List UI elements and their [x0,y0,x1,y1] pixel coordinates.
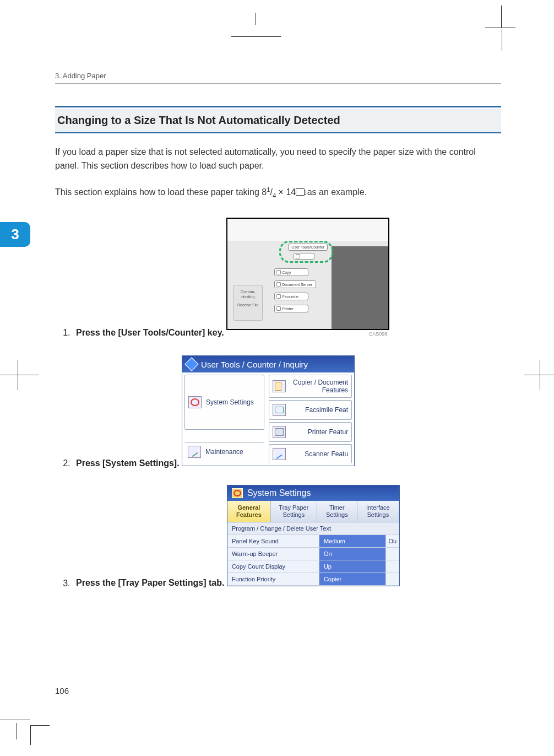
fig3-row1-val: Medium [319,535,385,547]
system-settings-icon [188,396,202,408]
fig3-row1-extra: Ou [385,535,399,547]
fig1-prn-label: Printer [282,307,294,311]
fig3-row-3[interactable]: Copy Count Display Up [227,560,399,573]
figure-2-screen: User Tools / Counter / Inquiry System Se… [182,355,355,466]
fig1-printer-key: Printer [274,305,308,312]
fig2-copier-button[interactable]: Copier / Document Features [269,375,352,398]
fig1-dark-area [332,246,388,329]
fig2-grid: System Settings Maintenance Copier / Doc… [182,372,354,466]
copier-icon [273,380,286,392]
fig3-row-header[interactable]: Program / Change / Delete User Text [227,522,399,535]
crop-mark-bl2v [30,726,31,745]
fig1-fax-label: Facsimile [282,295,298,299]
fig3-row2-extra [385,548,399,560]
fig2-printer-button[interactable]: Printer Featur [269,422,352,442]
figure-1-caption: CAS098 [226,331,389,337]
tab-tray-paper-settings[interactable]: Tray Paper Settings [271,501,317,521]
fig1-side-panel: Commu- nicating Receive File [233,285,263,321]
fig1-receive-label: Receive File [233,303,262,307]
fig3-row4-val: Copier [319,573,385,585]
fig1-ds-label: Document Server [282,283,312,287]
copy-icon [276,270,281,274]
step-2: Press [System Settings]. User Tools / Co… [73,349,501,471]
chapter-tab: 3 [0,222,30,247]
fig3-row4-key: Function Priority [227,573,319,585]
tab-timer-settings[interactable]: Timer Settings [317,501,357,521]
fig2-system-settings-button[interactable]: System Settings [184,375,264,430]
step-3: Press the [Tray Paper Settings] tab. Sys… [73,478,501,590]
fig3-row-2[interactable]: Warm-up Beeper On [227,548,399,560]
step-1: Press the [User Tools/Counter] key. Comm… [73,211,501,341]
fig2-maintenance-label: Maintenance [205,448,243,456]
printer-icon [276,306,281,311]
fig3-titlebar: System Settings [227,485,399,501]
figure-1-image: Commu- nicating Receive File User Tools/… [226,218,389,330]
fig3-row2-key: Warm-up Beeper [227,548,319,560]
fig2-titlebar: User Tools / Counter / Inquiry [182,356,354,372]
fig2-printer-label: Printer Featur [290,428,348,436]
system-settings-title-icon [232,488,243,498]
fig2-maintenance-button[interactable]: Maintenance [184,442,264,461]
gear-icon [296,254,300,258]
fig1-commu-label-a: Commu- [233,290,262,294]
fig2-copier-label: Copier / Document Features [290,379,348,394]
fig2-col-right: Copier / Document Features Facsimile Fea… [267,372,354,466]
figure-3-screen: System Settings General Features Tray Pa… [227,485,400,586]
fig2-fax-button[interactable]: Facsimile Feat [269,400,352,420]
fig3-row3-key: Copy Count Display [227,560,319,573]
fig1-commu-label-b: nicating [233,295,262,299]
tab-general-features[interactable]: General Features [227,501,271,521]
intro-p2-mid: × 14 [276,187,296,197]
tab-interface-settings[interactable]: Interface Settings [357,501,399,521]
fig3-row-4[interactable]: Function Priority Copier [227,573,399,586]
fig3-row1-key: Panel Key Sound [227,535,319,547]
page-content: 3. Adding Paper 3 Changing to a Size Tha… [55,72,501,598]
figure-1: Commu- nicating Receive File User Tools/… [226,218,389,337]
crop-mark-tr2 [502,29,518,46]
fax-features-icon [273,404,286,416]
fig2-scanner-button[interactable]: Scanner Featu [269,444,352,463]
intro-p2-b: as an example. [305,187,367,197]
fig1-copy-label: Copy [282,271,291,274]
fig2-system-settings-label: System Settings [206,398,254,406]
fig3-title: System Settings [247,488,311,498]
crop-marks-top [0,18,554,35]
fig3-row-1[interactable]: Panel Key Sound Medium Ou [227,535,399,548]
intro-p2-a: This section explains how to load these … [55,187,267,197]
wrench-icon [188,446,201,458]
landscape-icon [296,188,305,196]
fig1-usertools-label: User Tools/Counter [291,245,324,249]
section-title: Changing to a Size That Is Not Automatic… [55,109,501,133]
crop-mark-left-v [18,360,18,390]
crop-mark-tr [485,6,502,39]
document-icon [276,282,281,287]
printer-features-icon [273,426,286,438]
fig2-col-left: System Settings Maintenance [182,372,267,466]
fig3-row3-extra [385,560,399,573]
fig3-row2-val: On [319,548,385,560]
fig1-copy-key: Copy [274,268,308,276]
fig2-title: User Tools / Counter / Inquiry [201,360,308,369]
step-2-text: Press [System Settings]. [76,458,180,468]
step-3-text: Press the [Tray Paper Settings] tab. [76,579,224,588]
fig1-small-key [294,253,314,260]
crop-mark-bl2h [30,725,50,726]
step-1-text: Press the [User Tools/Counter] key. [76,328,224,337]
figure-3: System Settings General Features Tray Pa… [227,485,400,586]
diamond-icon [184,358,198,371]
fig2-scanner-label: Scanner Featu [290,450,348,458]
fig1-docserver-key: Document Server [274,280,316,288]
steps-list: Press the [User Tools/Counter] key. Comm… [55,211,501,590]
crop-mark-right-h [524,375,554,375]
fig3-tabs: General Features Tray Paper Settings Tim… [227,501,399,522]
fig2-fax-label: Facsimile Feat [290,406,348,414]
fax-icon [276,294,281,299]
intro-paragraph-2: This section explains how to load these … [55,185,501,201]
scanner-icon [273,448,286,460]
intro-paragraph-1: If you load a paper size that is not sel… [55,145,501,173]
fig3-row4-extra [385,573,399,585]
crop-mark-bl [0,701,33,739]
running-head: 3. Adding Paper [55,72,501,80]
fig1-fax-key: Facsimile [274,293,308,300]
section-topbar [55,106,501,107]
